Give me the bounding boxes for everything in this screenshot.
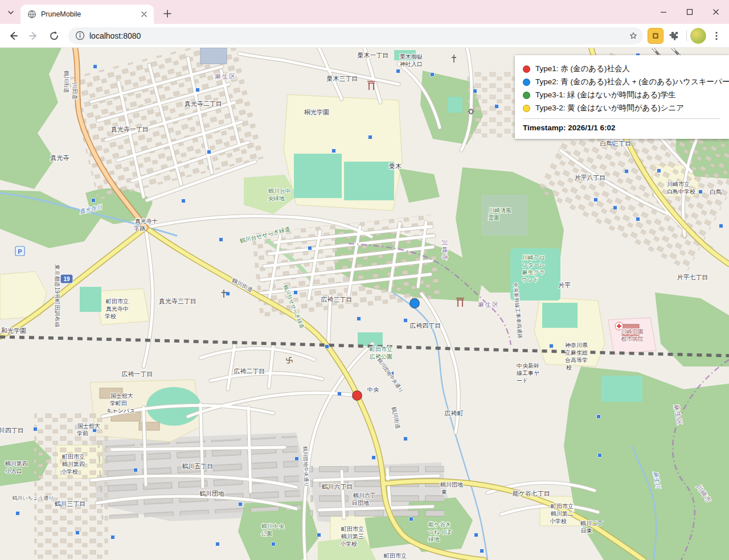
window-minimize-button[interactable]	[650, 0, 677, 24]
site-info-icon[interactable]	[75, 31, 85, 40]
map-label: 真光寺中	[106, 306, 129, 312]
map-label: ード	[517, 377, 528, 384]
map-label: 広袴三丁目	[321, 296, 353, 303]
profile-avatar[interactable]	[690, 28, 706, 44]
traffic-signal-marker	[332, 149, 336, 153]
map-label: 小入口	[5, 468, 22, 474]
map-label: 鶴川二丁	[580, 520, 603, 526]
traffic-signal-marker	[207, 150, 211, 154]
map-label: 線工事ヤ	[516, 370, 539, 376]
traffic-signal-marker	[216, 542, 220, 546]
map-label: 小学校	[550, 518, 567, 524]
tab-title: PruneMobile	[41, 10, 134, 18]
address-bar[interactable]: localhost:8080	[68, 27, 643, 44]
map-label: 神社入口	[400, 61, 423, 67]
extensions-puzzle-icon[interactable]	[665, 27, 683, 45]
map-label: 町田市立	[370, 346, 392, 352]
traffic-signal-marker	[368, 135, 372, 139]
traffic-signal-marker	[636, 217, 640, 221]
map-container: P	[0, 48, 729, 560]
legend-label: Type2: 青 (金のある)社会人 + (金のある)ハウスキーパー	[535, 77, 729, 87]
traffic-signal-marker	[474, 533, 478, 537]
tab-strip-chevron-icon[interactable]	[5, 6, 17, 19]
traffic-signal-marker	[594, 198, 598, 202]
traffic-signal-marker	[317, 533, 321, 537]
map-label: 目団地	[352, 500, 369, 506]
legend-item: Type3-2: 黄 (金はないが時間がある)シニア	[523, 103, 720, 113]
map-label: 学校	[105, 313, 116, 319]
map-label: 鶴川いちょう通り	[11, 495, 54, 501]
map-label: 緑地	[428, 536, 440, 542]
map-label: 栗木一丁目	[358, 52, 389, 59]
map-label: 町田市立	[341, 526, 364, 532]
tab-close-icon[interactable]	[139, 9, 149, 19]
traffic-signal-marker	[226, 292, 230, 296]
browser-tab-prunemobile[interactable]: PruneMobile	[21, 5, 154, 24]
map-label: 鶴川街道	[63, 70, 69, 93]
map-label: 広袴四丁目	[410, 322, 441, 329]
map-label: 小学校	[61, 468, 78, 475]
map-label: 小学校	[340, 541, 357, 547]
traffic-signal-marker	[719, 224, 723, 228]
legend-label: Type3-1: 緑 (金はないが時間はある)学生	[535, 90, 676, 100]
menu-kebab-icon[interactable]	[707, 27, 726, 45]
traffic-signal-marker	[338, 392, 342, 396]
map-label: ウンド	[522, 277, 539, 283]
new-tab-button[interactable]	[159, 6, 175, 22]
legend-label: Type1: 赤 (金のある)社会人	[535, 64, 630, 74]
map-label: 鶴川中央	[261, 523, 285, 529]
map-label: 麻生グラ	[522, 269, 545, 275]
map-label: 川崎フロ	[522, 254, 545, 261]
map-label: 栗木	[389, 163, 402, 170]
traffic-signal-marker	[308, 246, 312, 250]
back-button[interactable]	[3, 26, 23, 46]
reload-button[interactable]	[44, 26, 64, 46]
map-label: 川崎清風	[489, 207, 511, 213]
legend-dot-type3-2	[523, 105, 530, 112]
route-shield: 19	[60, 274, 73, 283]
map-label: 栗木御嶽	[400, 53, 423, 60]
map-label: 国士舘大	[110, 393, 133, 399]
traffic-signal-marker	[34, 427, 38, 431]
map-label: 片平七丁目	[677, 274, 708, 281]
map-label: 公園	[261, 530, 272, 537]
traffic-signal-marker	[134, 468, 138, 472]
map-label: 真光寺三丁目	[159, 298, 196, 304]
map-label: 央緑地	[268, 195, 285, 201]
traffic-signal-marker	[431, 73, 435, 77]
traffic-signal-marker	[550, 344, 554, 348]
traffic-signal-marker	[473, 89, 477, 93]
traffic-signal-marker	[357, 317, 361, 321]
map-label: 川崎市	[441, 240, 448, 261]
agent-dot-type1	[353, 391, 362, 401]
map-label: 鶴川団地	[440, 481, 463, 488]
map-label: 川崎市立	[667, 181, 690, 187]
traffic-signal-marker	[239, 503, 243, 507]
forward-button[interactable]	[24, 26, 43, 46]
map-label: 広袴町	[445, 410, 464, 417]
traffic-signal-marker	[372, 456, 376, 460]
traffic-signal-marker	[625, 170, 629, 174]
map-label: 鶴川五丁目	[182, 463, 214, 470]
window-close-button[interactable]	[703, 0, 729, 24]
map-label: 白鳥中学校	[667, 188, 695, 195]
map-label: 目東	[581, 528, 592, 534]
map-label: つねくぼ	[428, 529, 452, 535]
map-label: 神奈川県	[565, 342, 588, 348]
traffic-signal-marker	[272, 542, 276, 546]
bookmark-star-icon[interactable]	[626, 28, 641, 43]
extension-icon-yellow[interactable]	[648, 28, 664, 44]
map-label: 校	[566, 364, 572, 370]
url-text[interactable]: localhost:8080	[89, 31, 621, 40]
map-label: 鶴川団地	[199, 490, 224, 497]
map-label: 東	[441, 489, 447, 495]
map-label: 真光寺十	[135, 218, 158, 224]
window-maximize-button[interactable]	[677, 0, 703, 24]
traffic-signal-marker	[295, 457, 299, 461]
map-label: 鶴川三丁目	[55, 500, 86, 507]
map-label: 町田市立	[106, 298, 129, 304]
agent-dot-type2	[410, 299, 420, 308]
legend-divider	[523, 118, 720, 119]
map-label: 片平八丁目	[575, 174, 606, 181]
map-label: 白鳥	[710, 188, 722, 195]
